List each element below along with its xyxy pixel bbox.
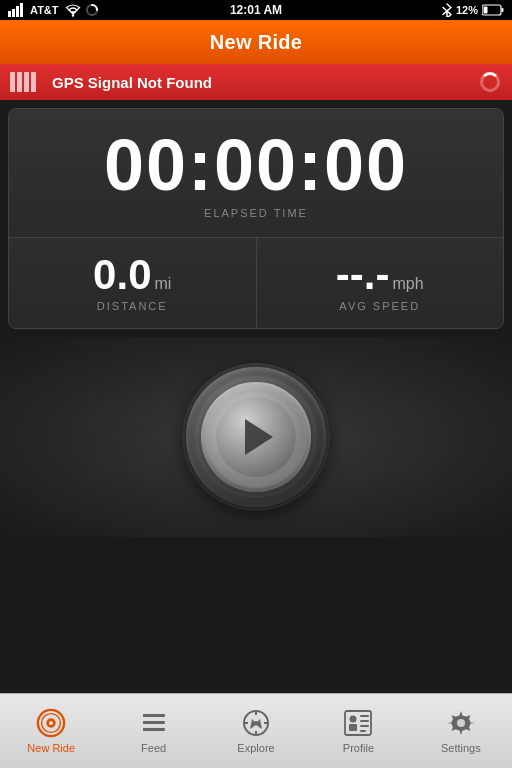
svg-rect-16	[143, 714, 147, 717]
settings-tab-icon	[446, 708, 476, 738]
tab-explore-label: Explore	[237, 742, 274, 754]
svg-rect-31	[360, 730, 366, 732]
tab-new-ride[interactable]: New Ride	[0, 694, 102, 768]
svg-rect-29	[360, 720, 369, 722]
status-time: 12:01 AM	[230, 3, 282, 17]
new-ride-tab-icon	[36, 708, 66, 738]
gps-stripes-icon	[10, 72, 36, 92]
timer-section: 00:00:00 ELAPSED TIME	[9, 109, 503, 238]
status-left: AT&T	[8, 3, 99, 17]
svg-point-4	[71, 14, 73, 16]
svg-point-26	[350, 716, 357, 723]
tab-explore[interactable]: Explore	[205, 694, 307, 768]
app-header: New Ride	[0, 20, 512, 64]
distance-value: 0.0mi	[19, 254, 246, 296]
stats-row: 0.0mi DISTANCE --.-mph AVG SPEED	[9, 238, 503, 328]
svg-rect-7	[502, 8, 504, 12]
svg-rect-1	[12, 9, 15, 17]
elapsed-time-label: ELAPSED TIME	[25, 207, 487, 219]
avg-speed-value: --.-mph	[267, 254, 494, 296]
wifi-icon	[65, 4, 81, 17]
play-area	[0, 337, 512, 537]
explore-tab-icon	[241, 708, 271, 738]
svg-point-12	[49, 721, 53, 725]
tab-settings-label: Settings	[441, 742, 481, 754]
tab-new-ride-label: New Ride	[27, 742, 75, 754]
tab-settings[interactable]: Settings	[410, 694, 512, 768]
svg-point-33	[457, 719, 465, 727]
avg-speed-label: AVG SPEED	[267, 300, 494, 312]
svg-rect-30	[360, 725, 369, 727]
gps-banner: GPS Signal Not Found	[0, 64, 512, 100]
distance-unit: mi	[155, 275, 172, 292]
tab-feed[interactable]: Feed	[102, 694, 204, 768]
avg-speed-cell: --.-mph AVG SPEED	[257, 238, 504, 328]
avg-speed-unit: mph	[393, 275, 424, 292]
loading-icon	[85, 3, 99, 17]
svg-rect-8	[484, 7, 488, 14]
play-button-disc	[201, 382, 311, 492]
feed-tab-icon	[139, 708, 169, 738]
svg-rect-3	[20, 3, 23, 17]
battery-percent: 12%	[456, 4, 478, 16]
svg-rect-27	[349, 724, 357, 731]
elapsed-time-display: 00:00:00	[25, 129, 487, 201]
svg-rect-2	[16, 6, 19, 17]
svg-rect-0	[8, 11, 11, 17]
distance-label: DISTANCE	[19, 300, 246, 312]
carrier-label: AT&T	[30, 4, 59, 16]
status-bar: AT&T 12:01 AM 12%	[0, 0, 512, 20]
tab-profile[interactable]: Profile	[307, 694, 409, 768]
metrics-panel: 00:00:00 ELAPSED TIME 0.0mi DISTANCE --.…	[8, 108, 504, 329]
signal-icon	[8, 3, 26, 17]
svg-rect-25	[345, 711, 371, 735]
bluetooth-icon	[442, 3, 452, 17]
status-right: 12%	[442, 3, 504, 17]
svg-rect-28	[360, 715, 369, 717]
play-button[interactable]	[186, 367, 326, 507]
distance-cell: 0.0mi DISTANCE	[9, 238, 257, 328]
battery-icon	[482, 4, 504, 16]
gps-spinner-icon	[480, 72, 500, 92]
svg-rect-18	[143, 728, 147, 731]
play-icon	[245, 419, 273, 455]
tab-profile-label: Profile	[343, 742, 374, 754]
tab-feed-label: Feed	[141, 742, 166, 754]
profile-tab-icon	[343, 708, 373, 738]
gps-status-text: GPS Signal Not Found	[52, 74, 502, 91]
svg-rect-17	[143, 721, 147, 724]
tab-bar: New Ride Feed	[0, 693, 512, 768]
page-title: New Ride	[210, 31, 302, 54]
